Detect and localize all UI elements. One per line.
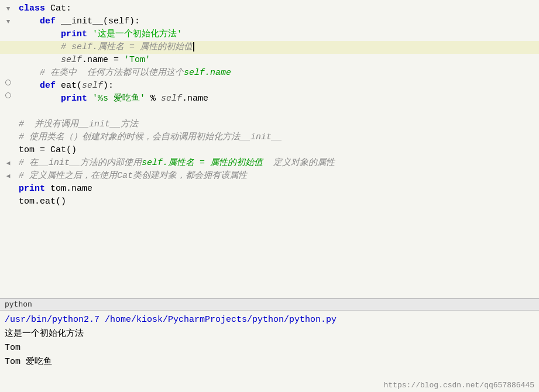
funcname: __init__(self): (61, 16, 140, 26)
fold-arrow: ▼ (6, 15, 11, 28)
keyword: class (19, 4, 50, 13)
code-line-13: ◀ # 在__init__方法的内部使用self.属性名 = 属性的初始值 定义… (0, 157, 539, 170)
indent-2 (19, 55, 61, 65)
code-line-15: print tom.name (0, 183, 539, 195)
code-line-4: # self.属性名 = 属性的初始值 (0, 41, 539, 54)
code-line-11: # 使用类名（）创建对象的时候，会自动调用初始化方法__init__ (0, 131, 539, 144)
comment-text: # 使用类名（）创建对象的时候，会自动调用初始化方法__init__ (19, 132, 282, 142)
line-content-15: print tom.name (16, 183, 539, 195)
gutter-2: ▼ (0, 15, 16, 28)
string-val: '%s 爱吃鱼' (92, 94, 145, 104)
line-content-16: tom.eat() (16, 195, 539, 208)
keyword: def (40, 16, 61, 26)
line-content-9 (16, 105, 539, 118)
terminal-title: python (5, 300, 32, 309)
line-content-6: # 在类中 任何方法都可以使用这个self.name (16, 67, 539, 80)
line-content-5: self.name = 'Tom' (16, 54, 539, 67)
indent-1 (19, 68, 40, 78)
code: % (145, 94, 161, 104)
code-line-5: self.name = 'Tom' (0, 54, 539, 67)
indent-1 (19, 16, 40, 26)
string-val: '这是一个初始化方法' (92, 29, 182, 39)
self-attr-ref: self.属性名 = 属性的初始值 (142, 158, 263, 168)
comment-text: # 并没有调用__init__方法 (19, 119, 138, 129)
code-line-3: print '这是一个初始化方法' (0, 28, 539, 41)
code: tom = Cat() (19, 145, 77, 155)
indent-2 (19, 94, 61, 104)
code-line-7: def eat(self): (0, 80, 539, 92)
breakpoint-circle (5, 92, 11, 98)
line-content-14: # 定义属性之后，在使用Cat类创建对象，都会拥有该属性 (16, 170, 539, 183)
keyword: def (40, 81, 61, 91)
gutter-9 (0, 105, 16, 118)
line-content-8: print '%s 爱吃鱼' % self.name (16, 92, 539, 105)
indent-2 (19, 29, 61, 39)
code-line-10: # 并没有调用__init__方法 (0, 118, 539, 131)
line-content-1: class Cat: (16, 2, 539, 15)
line-content-3: print '这是一个初始化方法' (16, 28, 539, 41)
code-line-1: ▼ class Cat: (0, 2, 539, 15)
line-content-7: def eat(self): (16, 80, 539, 92)
self-name-ref: self.name (184, 68, 231, 78)
code-line-12: tom = Cat() (0, 144, 539, 157)
code-line-6: # 在类中 任何方法都可以使用这个self.name (0, 67, 539, 80)
fold-arrow: ◀ (6, 170, 11, 183)
text-cursor (193, 42, 194, 51)
comment-text2: 定义对象的属性 (263, 158, 335, 168)
classname: Cat: (50, 4, 71, 13)
code-line-8: print '%s 爱吃鱼' % self.name (0, 92, 539, 105)
keyword: print (61, 29, 92, 39)
gutter-8 (0, 92, 16, 98)
gutter-14: ◀ (0, 170, 16, 183)
terminal-header: python (0, 298, 539, 311)
terminal-output-1: 这是一个初始化方法 (5, 327, 534, 341)
code: .name (182, 94, 208, 104)
gutter-13: ◀ (0, 157, 16, 170)
fold-arrow: ▼ (6, 2, 11, 15)
line-content-10: # 并没有调用__init__方法 (16, 118, 539, 131)
self-ref: self (161, 94, 182, 104)
code: tom.eat() (19, 197, 66, 207)
code: ): (103, 81, 114, 91)
gutter-7 (0, 80, 16, 85)
funcname: eat( (61, 81, 82, 91)
comment-text: # 在__init__方法的内部使用 (19, 158, 142, 168)
comment-text: # self.属性名 = 属性的初始值 (61, 42, 193, 52)
line-content-2: def __init__(self): (16, 15, 539, 28)
line-content-4: # self.属性名 = 属性的初始值 (16, 41, 539, 54)
line-content-13: # 在__init__方法的内部使用self.属性名 = 属性的初始值 定义对象… (16, 157, 539, 170)
empty-line-9 (0, 105, 539, 118)
terminal-area: python /usr/bin/python2.7 /home/kiosk/Py… (0, 298, 539, 392)
string-val: 'Tom' (124, 55, 150, 65)
keyword: print (19, 184, 50, 194)
terminal-output-3: Tom 爱吃鱼 (5, 355, 534, 369)
breakpoint-circle (5, 80, 11, 85)
keyword: print (61, 94, 92, 104)
fold-arrow: ◀ (6, 157, 11, 170)
terminal-path-line: /usr/bin/python2.7 /home/kiosk/PycharmPr… (5, 313, 534, 327)
line-content-11: # 使用类名（）创建对象的时候，会自动调用初始化方法__init__ (16, 131, 539, 144)
line-content-12: tom = Cat() (16, 144, 539, 157)
self-ref: self (61, 55, 82, 65)
code: tom.name (50, 184, 92, 194)
terminal-url: https://blog.csdn.net/qq657886445 (384, 381, 534, 390)
code-lines: ▼ class Cat: ▼ def __init__(self): print… (0, 2, 539, 208)
code-editor: ▼ class Cat: ▼ def __init__(self): print… (0, 0, 539, 298)
code: .name = (82, 55, 124, 65)
code-line-16: tom.eat() (0, 195, 539, 208)
self-ref: self (82, 81, 103, 91)
code-line-2: ▼ def __init__(self): (0, 15, 539, 28)
indent-2 (19, 42, 61, 52)
indent-1 (19, 81, 40, 91)
code-line-14: ◀ # 定义属性之后，在使用Cat类创建对象，都会拥有该属性 (0, 170, 539, 183)
comment-text: # 定义属性之后，在使用Cat类创建对象，都会拥有该属性 (19, 171, 247, 181)
comment-text: # 在类中 任何方法都可以使用这个 (40, 68, 184, 78)
gutter-1: ▼ (0, 2, 16, 15)
terminal-content: /usr/bin/python2.7 /home/kiosk/PycharmPr… (0, 311, 539, 392)
terminal-output-2: Tom (5, 341, 534, 355)
